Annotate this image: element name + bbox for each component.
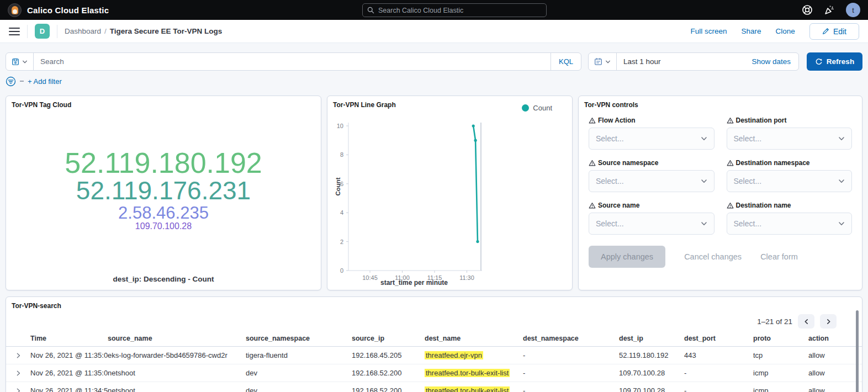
svg-text:8: 8 xyxy=(340,151,343,158)
cell-dest_name: threatfeed.tor-bulk-exit-list xyxy=(425,386,523,392)
menu-hamburger-icon[interactable] xyxy=(9,28,20,35)
global-search[interactable] xyxy=(362,3,547,17)
expand-row-button[interactable] xyxy=(6,353,30,358)
svg-text:0: 0 xyxy=(340,267,343,274)
control-label: Source namespace xyxy=(589,159,714,167)
saved-query-menu-button[interactable] xyxy=(6,53,34,70)
svg-text:4: 4 xyxy=(340,209,343,216)
clear-form-button[interactable]: Clear form xyxy=(760,252,798,261)
tag-2.58.46.235[interactable]: 2.58.46.235 xyxy=(118,204,209,222)
chevron-down-icon xyxy=(838,178,845,184)
cell-time: Nov 26, 2021 @ 11:35:04.000 xyxy=(30,369,108,377)
cell-source_name: eks-log-forwarder-5bd4659786-cwd2r xyxy=(108,351,246,359)
breadcrumb-separator: / xyxy=(104,27,107,35)
share-button[interactable]: Share xyxy=(742,27,761,35)
column-header-proto: proto xyxy=(753,331,808,346)
svg-text:10: 10 xyxy=(337,123,343,129)
tag-109.70.100.28[interactable]: 109.70.100.28 xyxy=(135,222,192,231)
control-label: Destination namespace xyxy=(727,159,853,167)
chevron-right-icon xyxy=(15,388,21,392)
control-select-source-name[interactable]: Select... xyxy=(589,213,714,235)
global-search-input[interactable] xyxy=(378,7,542,14)
refresh-button[interactable]: Refresh xyxy=(807,52,862,71)
calendar-icon xyxy=(594,57,602,66)
cancel-changes-button[interactable]: Cancel changes xyxy=(684,252,742,261)
y-axis-label: Count xyxy=(335,177,341,195)
time-range-value[interactable]: Last 1 hour xyxy=(617,57,751,66)
control-label: Destination port xyxy=(727,116,853,124)
highlighted-dest-name: threatfeed.tor-bulk-exit-list xyxy=(425,369,510,377)
cell-source_name: netshoot xyxy=(108,369,246,377)
clone-button[interactable]: Clone xyxy=(776,27,795,35)
table-row: Nov 26, 2021 @ 11:34:54.000netshootdev19… xyxy=(6,382,862,392)
warning-triangle-icon xyxy=(589,202,596,209)
query-search-input[interactable] xyxy=(34,53,551,70)
legend-dot xyxy=(522,104,529,112)
column-header-dest_name: dest_name xyxy=(425,331,523,346)
chevron-down-icon xyxy=(605,59,611,65)
chevron-down-icon xyxy=(701,178,707,184)
cell-dest_name: threatfeed.ejr-vpn xyxy=(425,351,523,359)
control-select-source-namespace[interactable]: Select... xyxy=(589,170,714,192)
tag-cloud-title: Tor-VPN Tag Cloud xyxy=(6,96,321,109)
table-row: Nov 26, 2021 @ 11:35:04.000netshootdev19… xyxy=(6,364,862,382)
control-select-destination-namespace[interactable]: Select... xyxy=(727,170,853,192)
user-avatar[interactable]: t xyxy=(846,3,860,17)
pagination-prev-button[interactable] xyxy=(798,314,814,329)
control-field-destination-name: Destination nameSelect... xyxy=(727,202,853,235)
control-field-flow-action: Flow ActionSelect... xyxy=(589,116,714,150)
line-graph-panel: Tor-VPN Line Graph 024681010:4511:0011:1… xyxy=(327,96,573,290)
legend-item-count[interactable]: Count xyxy=(522,104,552,112)
page-title: Tigera Secure EE Tor-VPN Logs xyxy=(110,27,223,35)
breadcrumb-dashboard[interactable]: Dashboard xyxy=(65,27,101,35)
table-row: Nov 26, 2021 @ 11:35:04.000eks-log-forwa… xyxy=(6,347,862,364)
warning-triangle-icon xyxy=(589,160,596,167)
warning-triangle-icon xyxy=(727,117,734,124)
kql-language-button[interactable]: KQL xyxy=(551,53,581,70)
cell-source_name: netshoot xyxy=(108,386,246,392)
cell-dest_port: - xyxy=(684,369,753,377)
space-badge[interactable]: D xyxy=(35,24,50,39)
tag-52.119.180.192[interactable]: 52.119.180.192 xyxy=(65,148,262,178)
chevron-down-icon xyxy=(701,220,707,227)
control-select-flow-action[interactable]: Select... xyxy=(589,128,714,150)
tag-52.119.176.231[interactable]: 52.119.176.231 xyxy=(76,178,251,204)
chevron-down-icon xyxy=(701,135,707,142)
cell-action: allow xyxy=(808,386,862,392)
expand-row-button[interactable] xyxy=(6,370,30,376)
cell-action: allow xyxy=(808,369,862,377)
control-label: Source name xyxy=(589,202,714,209)
newsfeed-party-popper-icon[interactable] xyxy=(824,4,835,15)
table-body: Nov 26, 2021 @ 11:35:04.000eks-log-forwa… xyxy=(6,347,862,392)
show-dates-button[interactable]: Show dates xyxy=(751,57,798,66)
filter-circle-icon[interactable] xyxy=(6,76,16,87)
help-lifering-icon[interactable] xyxy=(802,4,813,15)
add-filter-button[interactable]: + Add filter xyxy=(28,77,62,86)
chevron-down-icon xyxy=(22,59,28,65)
full-screen-button[interactable]: Full screen xyxy=(691,27,727,35)
chevron-down-icon xyxy=(838,220,845,227)
cell-time: Nov 26, 2021 @ 11:35:04.000 xyxy=(30,351,108,359)
table-header-row: Timesource_namesource_namespacesource_ip… xyxy=(6,331,862,347)
table-scrollbar[interactable] xyxy=(856,310,859,392)
column-header-source_ip: source_ip xyxy=(352,331,425,346)
search-table-title: Tor-VPN-search xyxy=(6,302,862,310)
controls-title: Tor-VPN controls xyxy=(579,96,862,109)
warning-triangle-icon xyxy=(727,160,734,167)
expand-row-button[interactable] xyxy=(6,388,30,392)
legend-label: Count xyxy=(533,104,552,112)
pagination-next-button[interactable] xyxy=(820,314,837,329)
control-select-destination-port[interactable]: Select... xyxy=(727,128,853,150)
control-select-destination-name[interactable]: Select... xyxy=(727,213,853,235)
chevron-right-icon xyxy=(825,319,832,325)
edit-button-label: Edit xyxy=(833,27,846,36)
cell-source_ip: 192.168.52.200 xyxy=(352,386,425,392)
apply-changes-button[interactable]: Apply changes xyxy=(589,246,665,268)
search-table-panel: Tor-VPN-search 1–21 of 21 Timesource_nam… xyxy=(6,296,862,392)
pagination-label: 1–21 of 21 xyxy=(757,317,792,326)
chevron-right-icon xyxy=(15,370,21,376)
refresh-icon xyxy=(815,58,823,66)
date-quick-menu-button[interactable] xyxy=(589,53,617,70)
edit-button[interactable]: Edit xyxy=(809,23,859,40)
warning-triangle-icon xyxy=(589,117,596,124)
